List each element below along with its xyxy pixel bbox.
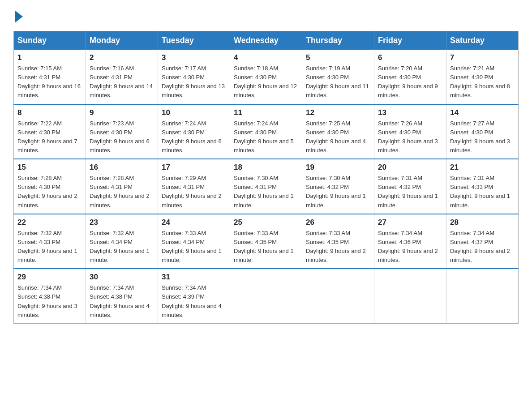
calendar-cell: 16 Sunrise: 7:28 AM Sunset: 4:31 PM Dayl… [86,159,158,214]
calendar-cell: 28 Sunrise: 7:34 AM Sunset: 4:37 PM Dayl… [446,214,519,269]
day-number: 5 [306,53,370,62]
calendar-cell: 24 Sunrise: 7:33 AM Sunset: 4:34 PM Dayl… [158,214,230,269]
day-number: 23 [90,218,154,227]
calendar-cell: 7 Sunrise: 7:21 AM Sunset: 4:30 PM Dayli… [446,50,519,104]
day-info: Sunrise: 7:22 AM Sunset: 4:30 PM Dayligh… [17,119,82,155]
logo [13,9,23,22]
calendar-week-row: 29 Sunrise: 7:34 AM Sunset: 4:38 PM Dayl… [14,269,519,323]
day-number: 13 [378,108,442,117]
day-number: 25 [234,218,298,227]
day-info: Sunrise: 7:17 AM Sunset: 4:30 PM Dayligh… [162,64,226,100]
day-info: Sunrise: 7:34 AM Sunset: 4:39 PM Dayligh… [162,283,226,320]
day-info: Sunrise: 7:21 AM Sunset: 4:30 PM Dayligh… [450,64,515,100]
day-number: 10 [162,108,226,117]
day-number: 12 [306,108,370,117]
day-info: Sunrise: 7:32 AM Sunset: 4:34 PM Dayligh… [90,229,154,265]
page-header [13,9,519,22]
day-info: Sunrise: 7:18 AM Sunset: 4:30 PM Dayligh… [234,64,298,100]
day-info: Sunrise: 7:16 AM Sunset: 4:31 PM Dayligh… [90,64,154,100]
day-info: Sunrise: 7:31 AM Sunset: 4:33 PM Dayligh… [450,174,515,210]
day-number: 7 [450,53,515,62]
day-number: 21 [450,163,515,172]
calendar-week-row: 15 Sunrise: 7:28 AM Sunset: 4:30 PM Dayl… [14,159,519,214]
calendar-table: SundayMondayTuesdayWednesdayThursdayFrid… [13,31,519,324]
calendar-cell: 22 Sunrise: 7:32 AM Sunset: 4:33 PM Dayl… [14,214,86,269]
day-info: Sunrise: 7:15 AM Sunset: 4:31 PM Dayligh… [17,64,82,100]
day-info: Sunrise: 7:29 AM Sunset: 4:31 PM Dayligh… [162,174,226,210]
day-number: 22 [17,218,82,227]
calendar-cell: 11 Sunrise: 7:24 AM Sunset: 4:30 PM Dayl… [230,104,302,159]
day-info: Sunrise: 7:19 AM Sunset: 4:30 PM Dayligh… [306,64,370,100]
day-number: 9 [90,108,154,117]
day-info: Sunrise: 7:34 AM Sunset: 4:37 PM Dayligh… [450,229,515,265]
day-info: Sunrise: 7:24 AM Sunset: 4:30 PM Dayligh… [162,119,226,155]
calendar-cell: 10 Sunrise: 7:24 AM Sunset: 4:30 PM Dayl… [158,104,230,159]
weekday-header-row: SundayMondayTuesdayWednesdayThursdayFrid… [14,31,519,50]
day-info: Sunrise: 7:34 AM Sunset: 4:38 PM Dayligh… [90,283,154,320]
calendar-cell: 15 Sunrise: 7:28 AM Sunset: 4:30 PM Dayl… [14,159,86,214]
day-number: 16 [90,163,154,172]
calendar-cell: 25 Sunrise: 7:33 AM Sunset: 4:35 PM Dayl… [230,214,302,269]
day-info: Sunrise: 7:24 AM Sunset: 4:30 PM Dayligh… [234,119,298,155]
day-number: 18 [234,163,298,172]
calendar-week-row: 1 Sunrise: 7:15 AM Sunset: 4:31 PM Dayli… [14,50,519,104]
day-number: 20 [378,163,442,172]
weekday-header-monday: Monday [86,31,158,50]
calendar-cell [230,269,302,323]
day-number: 28 [450,218,515,227]
calendar-cell [302,269,374,323]
day-number: 30 [90,273,154,282]
calendar-cell: 26 Sunrise: 7:33 AM Sunset: 4:35 PM Dayl… [302,214,374,269]
calendar-cell: 21 Sunrise: 7:31 AM Sunset: 4:33 PM Dayl… [446,159,519,214]
weekday-header-wednesday: Wednesday [230,31,302,50]
calendar-week-row: 22 Sunrise: 7:32 AM Sunset: 4:33 PM Dayl… [14,214,519,269]
calendar-cell: 9 Sunrise: 7:23 AM Sunset: 4:30 PM Dayli… [86,104,158,159]
day-number: 14 [450,108,515,117]
day-info: Sunrise: 7:34 AM Sunset: 4:36 PM Dayligh… [378,229,442,265]
weekday-header-thursday: Thursday [302,31,374,50]
calendar-cell: 1 Sunrise: 7:15 AM Sunset: 4:31 PM Dayli… [14,50,86,104]
day-number: 6 [378,53,442,62]
day-number: 26 [306,218,370,227]
calendar-cell: 8 Sunrise: 7:22 AM Sunset: 4:30 PM Dayli… [14,104,86,159]
weekday-header-sunday: Sunday [14,31,86,50]
day-number: 1 [17,53,82,62]
day-number: 8 [17,108,82,117]
day-info: Sunrise: 7:27 AM Sunset: 4:30 PM Dayligh… [450,119,515,155]
weekday-header-saturday: Saturday [446,31,519,50]
day-number: 24 [162,218,226,227]
day-number: 19 [306,163,370,172]
day-number: 4 [234,53,298,62]
day-info: Sunrise: 7:33 AM Sunset: 4:35 PM Dayligh… [234,229,298,265]
day-number: 2 [90,53,154,62]
day-info: Sunrise: 7:34 AM Sunset: 4:38 PM Dayligh… [17,283,82,320]
day-number: 27 [378,218,442,227]
calendar-cell: 14 Sunrise: 7:27 AM Sunset: 4:30 PM Dayl… [446,104,519,159]
day-info: Sunrise: 7:33 AM Sunset: 4:35 PM Dayligh… [306,229,370,265]
calendar-cell: 6 Sunrise: 7:20 AM Sunset: 4:30 PM Dayli… [374,50,446,104]
day-number: 15 [17,163,82,172]
calendar-cell: 29 Sunrise: 7:34 AM Sunset: 4:38 PM Dayl… [14,269,86,323]
logo-top [13,9,23,23]
day-number: 11 [234,108,298,117]
day-info: Sunrise: 7:28 AM Sunset: 4:31 PM Dayligh… [90,174,154,210]
day-info: Sunrise: 7:20 AM Sunset: 4:30 PM Dayligh… [378,64,442,100]
day-info: Sunrise: 7:26 AM Sunset: 4:30 PM Dayligh… [378,119,442,155]
calendar-cell: 30 Sunrise: 7:34 AM Sunset: 4:38 PM Dayl… [86,269,158,323]
calendar-cell: 18 Sunrise: 7:30 AM Sunset: 4:31 PM Dayl… [230,159,302,214]
calendar-cell: 2 Sunrise: 7:16 AM Sunset: 4:31 PM Dayli… [86,50,158,104]
day-info: Sunrise: 7:32 AM Sunset: 4:33 PM Dayligh… [17,229,82,265]
day-info: Sunrise: 7:23 AM Sunset: 4:30 PM Dayligh… [90,119,154,155]
day-info: Sunrise: 7:25 AM Sunset: 4:30 PM Dayligh… [306,119,370,155]
day-number: 29 [17,273,82,282]
day-info: Sunrise: 7:28 AM Sunset: 4:30 PM Dayligh… [17,174,82,210]
calendar-cell: 12 Sunrise: 7:25 AM Sunset: 4:30 PM Dayl… [302,104,374,159]
calendar-cell: 4 Sunrise: 7:18 AM Sunset: 4:30 PM Dayli… [230,50,302,104]
calendar-header: SundayMondayTuesdayWednesdayThursdayFrid… [14,31,519,50]
day-info: Sunrise: 7:30 AM Sunset: 4:32 PM Dayligh… [306,174,370,210]
weekday-header-tuesday: Tuesday [158,31,230,50]
logo-arrow-icon [15,10,23,23]
calendar-week-row: 8 Sunrise: 7:22 AM Sunset: 4:30 PM Dayli… [14,104,519,159]
day-number: 3 [162,53,226,62]
calendar-cell: 17 Sunrise: 7:29 AM Sunset: 4:31 PM Dayl… [158,159,230,214]
